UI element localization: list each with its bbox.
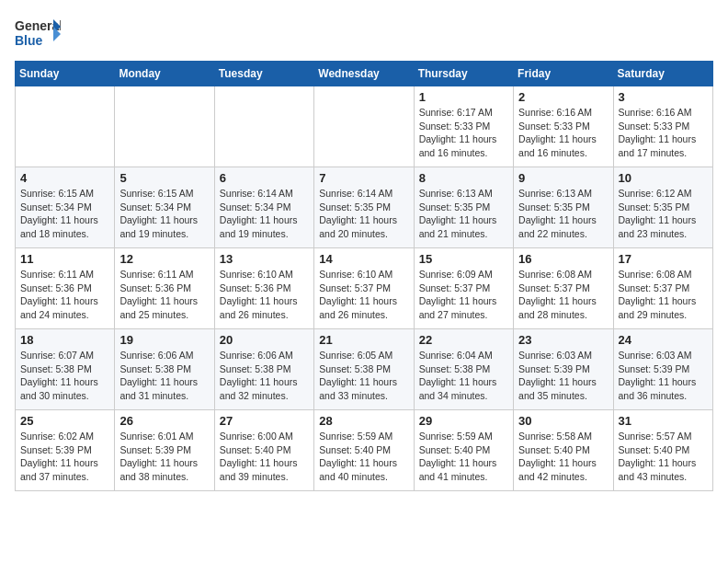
day-info: Sunrise: 6:09 AM Sunset: 5:37 PM Dayligh…: [419, 268, 508, 322]
day-number: 5: [119, 171, 209, 185]
day-number: 21: [319, 333, 408, 347]
day-info: Sunrise: 5:57 AM Sunset: 5:40 PM Dayligh…: [619, 430, 708, 484]
day-number: 24: [619, 333, 708, 347]
calendar-day-cell: 28Sunrise: 5:59 AM Sunset: 5:40 PM Dayli…: [314, 410, 414, 491]
day-number: 31: [619, 414, 708, 428]
calendar-day-cell: 29Sunrise: 5:59 AM Sunset: 5:40 PM Dayli…: [414, 410, 513, 491]
day-number: 4: [20, 171, 109, 185]
day-info: Sunrise: 6:16 AM Sunset: 5:33 PM Dayligh…: [619, 106, 708, 160]
day-number: 9: [518, 171, 608, 185]
page-header: GeneralBlue: [15, 15, 713, 53]
calendar-day-cell: 20Sunrise: 6:06 AM Sunset: 5:38 PM Dayli…: [214, 329, 313, 410]
calendar-day-cell: 8Sunrise: 6:13 AM Sunset: 5:35 PM Daylig…: [414, 167, 513, 248]
day-number: 7: [319, 171, 408, 185]
logo-icon: GeneralBlue: [15, 15, 61, 53]
calendar-day-cell: 18Sunrise: 6:07 AM Sunset: 5:38 PM Dayli…: [16, 329, 115, 410]
day-number: 1: [419, 90, 508, 104]
day-info: Sunrise: 6:17 AM Sunset: 5:33 PM Dayligh…: [419, 106, 508, 160]
day-info: Sunrise: 6:15 AM Sunset: 5:34 PM Dayligh…: [119, 187, 209, 241]
day-info: Sunrise: 6:04 AM Sunset: 5:38 PM Dayligh…: [419, 349, 508, 403]
day-info: Sunrise: 6:14 AM Sunset: 5:34 PM Dayligh…: [220, 187, 309, 241]
day-number: 23: [518, 333, 608, 347]
day-info: Sunrise: 6:01 AM Sunset: 5:39 PM Dayligh…: [119, 430, 209, 484]
calendar-day-cell: 21Sunrise: 6:05 AM Sunset: 5:38 PM Dayli…: [314, 329, 414, 410]
calendar-day-cell: 11Sunrise: 6:11 AM Sunset: 5:36 PM Dayli…: [16, 248, 115, 329]
day-info: Sunrise: 6:11 AM Sunset: 5:36 PM Dayligh…: [119, 268, 209, 322]
calendar-day-cell: 9Sunrise: 6:13 AM Sunset: 5:35 PM Daylig…: [514, 167, 613, 248]
day-number: 30: [518, 414, 608, 428]
calendar-day-cell: [214, 86, 313, 167]
calendar-day-cell: [115, 86, 214, 167]
day-number: 29: [419, 414, 508, 428]
day-info: Sunrise: 6:14 AM Sunset: 5:35 PM Dayligh…: [319, 187, 408, 241]
day-number: 28: [319, 414, 408, 428]
day-of-week-header: Tuesday: [214, 62, 313, 86]
calendar-day-cell: 13Sunrise: 6:10 AM Sunset: 5:36 PM Dayli…: [214, 248, 313, 329]
day-info: Sunrise: 6:10 AM Sunset: 5:37 PM Dayligh…: [319, 268, 408, 322]
day-info: Sunrise: 6:13 AM Sunset: 5:35 PM Dayligh…: [419, 187, 508, 241]
day-info: Sunrise: 6:00 AM Sunset: 5:40 PM Dayligh…: [220, 430, 309, 484]
day-info: Sunrise: 5:59 AM Sunset: 5:40 PM Dayligh…: [319, 430, 408, 484]
calendar-day-cell: 15Sunrise: 6:09 AM Sunset: 5:37 PM Dayli…: [414, 248, 513, 329]
calendar-day-cell: 17Sunrise: 6:08 AM Sunset: 5:37 PM Dayli…: [613, 248, 712, 329]
calendar-week-row: 25Sunrise: 6:02 AM Sunset: 5:39 PM Dayli…: [16, 410, 713, 491]
day-info: Sunrise: 6:12 AM Sunset: 5:35 PM Dayligh…: [619, 187, 708, 241]
day-info: Sunrise: 6:02 AM Sunset: 5:39 PM Dayligh…: [20, 430, 109, 484]
calendar-day-cell: 10Sunrise: 6:12 AM Sunset: 5:35 PM Dayli…: [613, 167, 712, 248]
day-number: 12: [119, 252, 209, 266]
calendar-day-cell: 4Sunrise: 6:15 AM Sunset: 5:34 PM Daylig…: [16, 167, 115, 248]
day-info: Sunrise: 6:08 AM Sunset: 5:37 PM Dayligh…: [518, 268, 608, 322]
day-info: Sunrise: 5:58 AM Sunset: 5:40 PM Dayligh…: [518, 430, 608, 484]
day-number: 18: [20, 333, 109, 347]
day-of-week-header: Wednesday: [314, 62, 414, 86]
calendar-day-cell: 5Sunrise: 6:15 AM Sunset: 5:34 PM Daylig…: [115, 167, 214, 248]
day-of-week-header: Monday: [115, 62, 214, 86]
calendar-day-cell: 16Sunrise: 6:08 AM Sunset: 5:37 PM Dayli…: [514, 248, 613, 329]
day-of-week-header: Thursday: [414, 62, 513, 86]
day-info: Sunrise: 6:05 AM Sunset: 5:38 PM Dayligh…: [319, 349, 408, 403]
calendar-header-row: SundayMondayTuesdayWednesdayThursdayFrid…: [16, 62, 713, 86]
day-number: 10: [619, 171, 708, 185]
day-number: 27: [220, 414, 309, 428]
calendar-day-cell: [16, 86, 115, 167]
day-number: 11: [20, 252, 109, 266]
day-number: 13: [220, 252, 309, 266]
calendar-day-cell: 25Sunrise: 6:02 AM Sunset: 5:39 PM Dayli…: [16, 410, 115, 491]
day-number: 15: [419, 252, 508, 266]
day-info: Sunrise: 6:10 AM Sunset: 5:36 PM Dayligh…: [220, 268, 309, 322]
day-info: Sunrise: 6:03 AM Sunset: 5:39 PM Dayligh…: [619, 349, 708, 403]
day-info: Sunrise: 6:03 AM Sunset: 5:39 PM Dayligh…: [518, 349, 608, 403]
calendar-day-cell: 14Sunrise: 6:10 AM Sunset: 5:37 PM Dayli…: [314, 248, 414, 329]
day-number: 17: [619, 252, 708, 266]
day-number: 14: [319, 252, 408, 266]
calendar-week-row: 4Sunrise: 6:15 AM Sunset: 5:34 PM Daylig…: [16, 167, 713, 248]
day-info: Sunrise: 6:11 AM Sunset: 5:36 PM Dayligh…: [20, 268, 109, 322]
day-of-week-header: Saturday: [613, 62, 712, 86]
day-number: 20: [220, 333, 309, 347]
day-info: Sunrise: 5:59 AM Sunset: 5:40 PM Dayligh…: [419, 430, 508, 484]
calendar-week-row: 1Sunrise: 6:17 AM Sunset: 5:33 PM Daylig…: [16, 86, 713, 167]
calendar-day-cell: 22Sunrise: 6:04 AM Sunset: 5:38 PM Dayli…: [414, 329, 513, 410]
day-number: 3: [619, 90, 708, 104]
day-number: 19: [119, 333, 209, 347]
calendar-week-row: 18Sunrise: 6:07 AM Sunset: 5:38 PM Dayli…: [16, 329, 713, 410]
day-info: Sunrise: 6:06 AM Sunset: 5:38 PM Dayligh…: [220, 349, 309, 403]
day-number: 16: [518, 252, 608, 266]
day-info: Sunrise: 6:07 AM Sunset: 5:38 PM Dayligh…: [20, 349, 109, 403]
day-info: Sunrise: 6:16 AM Sunset: 5:33 PM Dayligh…: [518, 106, 608, 160]
calendar-day-cell: 23Sunrise: 6:03 AM Sunset: 5:39 PM Dayli…: [514, 329, 613, 410]
calendar-day-cell: 1Sunrise: 6:17 AM Sunset: 5:33 PM Daylig…: [414, 86, 513, 167]
calendar-day-cell: 31Sunrise: 5:57 AM Sunset: 5:40 PM Dayli…: [613, 410, 712, 491]
day-number: 8: [419, 171, 508, 185]
logo: GeneralBlue: [15, 15, 61, 53]
calendar-day-cell: 7Sunrise: 6:14 AM Sunset: 5:35 PM Daylig…: [314, 167, 414, 248]
calendar-day-cell: 26Sunrise: 6:01 AM Sunset: 5:39 PM Dayli…: [115, 410, 214, 491]
calendar-day-cell: 12Sunrise: 6:11 AM Sunset: 5:36 PM Dayli…: [115, 248, 214, 329]
day-number: 6: [220, 171, 309, 185]
day-number: 2: [518, 90, 608, 104]
day-info: Sunrise: 6:15 AM Sunset: 5:34 PM Dayligh…: [20, 187, 109, 241]
calendar-day-cell: 19Sunrise: 6:06 AM Sunset: 5:38 PM Dayli…: [115, 329, 214, 410]
day-number: 22: [419, 333, 508, 347]
calendar-day-cell: [314, 86, 414, 167]
calendar-day-cell: 2Sunrise: 6:16 AM Sunset: 5:33 PM Daylig…: [514, 86, 613, 167]
